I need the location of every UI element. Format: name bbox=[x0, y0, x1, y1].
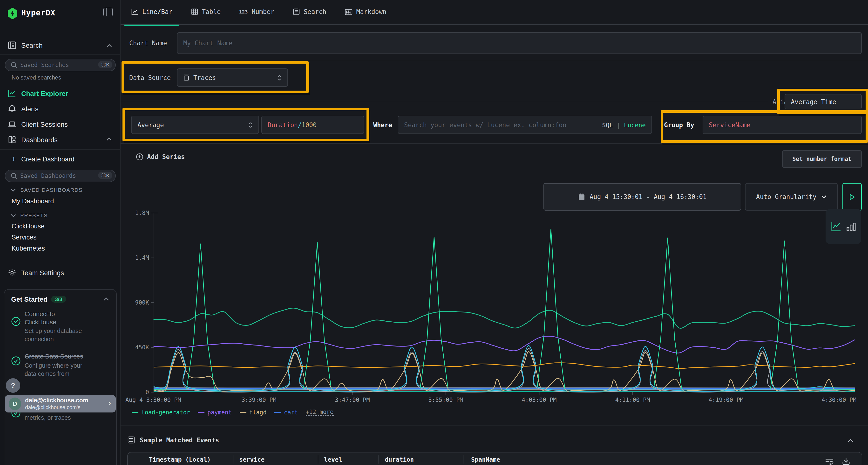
search-section-icon bbox=[8, 41, 17, 49]
create-dashboard-button[interactable]: + Create Dashboard bbox=[0, 154, 120, 165]
chart-name-placeholder: My Chart Name bbox=[183, 39, 232, 47]
chevron-up-icon[interactable] bbox=[106, 137, 112, 141]
column-header-level: level bbox=[324, 456, 342, 463]
data-source-select[interactable]: Traces bbox=[177, 68, 288, 87]
tab-search[interactable]: Search bbox=[290, 0, 329, 24]
sidebar-section-search[interactable]: Search bbox=[0, 40, 120, 52]
svg-text:900K: 900K bbox=[135, 299, 149, 306]
search-icon bbox=[10, 172, 18, 179]
sidebar-item-label: Dashboards bbox=[21, 136, 58, 143]
timeseries-chart[interactable]: 0450K900K1.4M1.8MAug 4 3:30:00 PM3:39:00… bbox=[122, 207, 867, 407]
date-range-picker[interactable]: Aug 4 15:30:01 - Aug 4 16:30:01 bbox=[544, 183, 741, 210]
sidebar-item-clickhouse[interactable]: ClickHouse bbox=[11, 223, 44, 230]
create-dashboard-label: Create Dashboard bbox=[21, 156, 74, 163]
sidebar-item-label: Alerts bbox=[21, 105, 38, 113]
laptop-icon bbox=[8, 120, 17, 129]
series-line-cart bbox=[154, 388, 855, 389]
column-separator[interactable] bbox=[463, 455, 463, 464]
get-started-item[interactable]: Connect toClickHouse bbox=[25, 310, 56, 326]
get-started-item-sub: metrics, or traces bbox=[25, 414, 71, 422]
chart-name-label: Chart Name bbox=[129, 39, 167, 47]
database-icon bbox=[183, 74, 189, 81]
hyperdx-app: HyperDX Search Saved Searches ⌘K No save… bbox=[0, 0, 868, 465]
sql-toggle[interactable]: SQL bbox=[602, 121, 613, 128]
chevron-down-icon[interactable] bbox=[10, 189, 16, 192]
divider bbox=[121, 143, 868, 143]
svg-text:4:30:00 PM: 4:30:00 PM bbox=[822, 397, 857, 403]
lucene-toggle[interactable]: Lucene bbox=[624, 121, 646, 128]
saved-dashboards-input[interactable]: Saved Dashboards ⌘K bbox=[5, 170, 116, 182]
legend-label: +12 more bbox=[306, 409, 334, 416]
granularity-select[interactable]: Auto Granularity bbox=[745, 183, 838, 210]
sidebar-item-services[interactable]: Services bbox=[11, 234, 37, 241]
help-button[interactable]: ? bbox=[6, 378, 20, 393]
get-started-item[interactable]: Create Data Sources bbox=[25, 352, 83, 360]
sidebar-item-chart-explorer[interactable]: Chart Explorer bbox=[0, 89, 120, 100]
tab-line-bar[interactable]: Line/Bar bbox=[128, 0, 175, 24]
where-search-input[interactable]: Search your events w/ Lucene ex. column:… bbox=[398, 115, 652, 134]
brand-title: HyperDX bbox=[21, 8, 56, 18]
user-menu[interactable]: D dale@clickhouse.com dale@clickhouse.co… bbox=[5, 395, 116, 412]
sidebar-item-dashboards[interactable]: Dashboards bbox=[0, 135, 120, 146]
sidebar-item-client-sessions[interactable]: Client Sessions bbox=[0, 120, 120, 131]
sidebar-item-kubernetes[interactable]: Kubernetes bbox=[11, 245, 45, 252]
download-icon[interactable] bbox=[842, 457, 850, 465]
tab-number[interactable]: 123 Number bbox=[236, 0, 277, 24]
alias-input[interactable]: Average Time bbox=[784, 94, 862, 109]
wrap-lines-icon[interactable] bbox=[825, 458, 834, 465]
chart-name-input[interactable]: My Chart Name bbox=[177, 32, 862, 54]
search-section-label: Search bbox=[21, 41, 43, 49]
sidebar: HyperDX Search Saved Searches ⌘K No save… bbox=[0, 0, 121, 465]
legend-item[interactable]: flagd bbox=[240, 409, 267, 416]
column-separator[interactable] bbox=[378, 455, 379, 464]
tab-table[interactable]: Table bbox=[188, 0, 223, 24]
add-series-button[interactable]: Add Series bbox=[136, 153, 185, 161]
logo-row: HyperDX bbox=[0, 7, 120, 21]
aggregation-value: Average bbox=[137, 121, 164, 128]
markdown-icon bbox=[345, 8, 352, 15]
svg-text:450K: 450K bbox=[135, 344, 149, 351]
play-icon bbox=[849, 194, 855, 200]
svg-text:1.4M: 1.4M bbox=[135, 255, 149, 261]
dashboards-grid-icon bbox=[8, 135, 17, 144]
run-query-button[interactable] bbox=[842, 183, 862, 210]
bell-icon bbox=[8, 105, 17, 113]
granularity-value: Auto Granularity bbox=[756, 193, 816, 200]
presets-section-title[interactable]: PRESETS bbox=[20, 212, 48, 218]
legend-item[interactable]: payment bbox=[198, 409, 232, 416]
legend-dash-icon bbox=[240, 412, 246, 413]
field-expression-input[interactable]: Duration/1000 bbox=[261, 115, 364, 134]
column-separator[interactable] bbox=[233, 455, 234, 464]
legend-item[interactable]: cart bbox=[274, 409, 298, 416]
chevron-down-icon[interactable] bbox=[10, 214, 16, 217]
legend-label: cart bbox=[284, 409, 298, 416]
sidebar-item-my-dashboard[interactable]: My Dashboard bbox=[11, 198, 54, 205]
chevron-up-icon[interactable] bbox=[104, 297, 109, 301]
legend-dash-icon bbox=[274, 412, 281, 413]
chart-line-icon bbox=[8, 89, 17, 98]
chevron-up-icon[interactable] bbox=[106, 44, 112, 47]
no-saved-searches-text: No saved searches bbox=[11, 74, 61, 81]
legend-more-link[interactable]: +12 more bbox=[306, 409, 334, 416]
add-series-label: Add Series bbox=[147, 153, 185, 161]
saved-dashboards-section-title[interactable]: SAVED DASHBOARDS bbox=[20, 187, 83, 193]
search-doc-icon bbox=[293, 8, 300, 15]
tab-markdown[interactable]: Markdown bbox=[342, 0, 390, 24]
svg-text:4:03:00 PM: 4:03:00 PM bbox=[522, 397, 557, 403]
set-number-format-button[interactable]: Set number format bbox=[782, 150, 862, 168]
legend-item[interactable]: load-generator bbox=[132, 409, 190, 416]
column-header-service: service bbox=[239, 456, 265, 463]
line-chart-icon bbox=[131, 8, 138, 15]
svg-text:0: 0 bbox=[146, 389, 149, 396]
sidebar-item-team-settings[interactable]: Team Settings bbox=[0, 268, 120, 279]
saved-searches-input[interactable]: Saved Searches ⌘K bbox=[5, 59, 116, 71]
slash: / bbox=[298, 121, 302, 128]
column-separator[interactable] bbox=[318, 455, 318, 464]
collapse-section-icon[interactable] bbox=[848, 438, 854, 442]
group-by-input[interactable]: ServiceName bbox=[703, 115, 862, 134]
sidebar-item-alerts[interactable]: Alerts bbox=[0, 104, 120, 115]
sidebar-collapse-icon[interactable] bbox=[103, 8, 113, 16]
divider bbox=[0, 150, 121, 150]
aggregation-select[interactable]: Average bbox=[131, 115, 259, 134]
alias-value: Average Time bbox=[791, 98, 836, 105]
